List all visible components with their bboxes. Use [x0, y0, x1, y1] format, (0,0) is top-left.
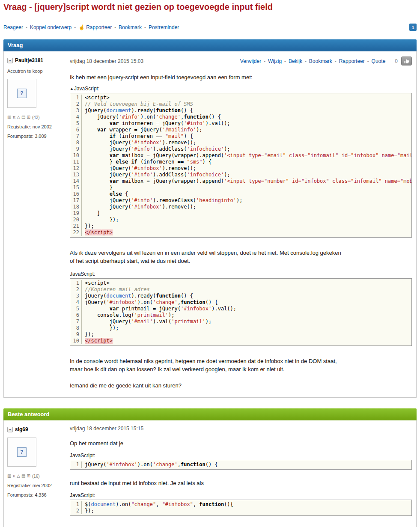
chevron-down-icon: ▼	[9, 428, 12, 431]
line-number: 15	[70, 185, 82, 191]
line-number: 4	[70, 299, 82, 306]
code-line: 8 });	[70, 325, 411, 331]
badge-count: (42)	[32, 115, 40, 120]
code-block-4: 1$(document).on("change", "#infobox", fu…	[70, 500, 412, 516]
action-verwijder[interactable]: Verwijder	[240, 58, 261, 64]
bullet-separator: •	[335, 59, 337, 64]
line-number: 1	[70, 95, 82, 101]
line-number: 1	[70, 280, 82, 286]
thumbs-up-icon	[404, 58, 410, 64]
topic-action-bar: Reageer • Koppel onderwerp • ☝ Rapportee…	[3, 24, 417, 31]
line-number: 19	[70, 210, 82, 217]
action-rapporteer[interactable]: Rapporteer	[86, 24, 112, 30]
bullet-separator: •	[284, 59, 286, 64]
code-label: JavaScript:	[70, 453, 412, 459]
badge-icon: ⊞	[27, 473, 30, 479]
line-number: 9	[70, 331, 82, 338]
badge-icons: ▥π△▤⊞	[7, 115, 30, 120]
code-line: 5 var informeren = jQuery('#info').val()…	[70, 120, 411, 127]
page-number-badge[interactable]: 1	[409, 24, 417, 31]
code-block-2: 1<script>2//Kopieren mail adres3jQuery(d…	[70, 278, 412, 346]
code-line: 16 else {	[70, 191, 411, 197]
code-line: 7 if (informeren == "mail") {	[70, 133, 411, 140]
action-rapporteer-post[interactable]: Rapporteer	[339, 58, 365, 64]
action-koppel-onderwerp[interactable]: Koppel onderwerp	[30, 24, 71, 30]
author-avatar: ?	[7, 79, 36, 108]
author-row: ▼ Paultje3181	[7, 57, 66, 63]
best-answer-section-header: Beste antwoord	[3, 408, 417, 420]
best-answer-section: Beste antwoord ▼ sig69 ? ▥π△▤⊞ (16) Regi…	[3, 408, 417, 527]
code-line: 1<script>	[70, 280, 411, 286]
line-number: 8	[70, 325, 82, 331]
line-number: 1	[70, 461, 82, 468]
author-name-link[interactable]: Paultje3181	[15, 57, 43, 63]
line-number: 5	[70, 306, 82, 312]
action-bekijk[interactable]: Bekijk	[289, 58, 302, 64]
upvote-button[interactable]	[401, 57, 412, 66]
bullet-separator: •	[144, 25, 146, 30]
code-line: 4jQuery('#infobox').on('change',function…	[70, 299, 411, 306]
code-line: 2});	[70, 508, 411, 514]
post-paragraph: Ik heb met een jquery-script een input-f…	[70, 73, 412, 81]
code-line: 9});	[70, 331, 411, 338]
line-number: 14	[70, 178, 82, 185]
code-line: 1<script>	[70, 95, 411, 101]
post-author-sidebar: ▼ Paultje3181 Accutron te koop ? ▥π△▤⊞ (…	[4, 51, 69, 397]
code-language-label: JavaScript:	[74, 86, 99, 92]
code-label: ▲ JavaScript:	[70, 86, 412, 92]
registration-date: Registratie: mei 2002	[7, 483, 66, 488]
code-line: 3jQuery(document).ready(function() {	[70, 107, 411, 114]
collapse-toggle-icon[interactable]: ▲	[70, 86, 74, 91]
author-tagline: Accutron te koop	[7, 68, 66, 74]
post-question: ▼ Paultje3181 Accutron te koop ? ▥π△▤⊞ (…	[3, 51, 417, 398]
code-line: 1jQuery('#infobox').on('change',function…	[70, 461, 411, 468]
line-number: 11	[70, 159, 82, 165]
bullet-separator: •	[305, 59, 307, 64]
code-line: 12 jQuery('#infobox').remove();	[70, 165, 411, 172]
code-line: 4 jQuery('#info').on('change',function()…	[70, 114, 411, 120]
bullet-separator: •	[26, 25, 27, 30]
code-label: JavaScript:	[70, 492, 412, 498]
badge-icon: ⊞	[27, 115, 30, 120]
action-bookmark[interactable]: Bookmark	[119, 24, 142, 30]
author-dropdown-button[interactable]: ▼	[7, 58, 13, 63]
code-label: JavaScript:	[70, 271, 412, 277]
code-line: 17 jQuery('#info').removeClass('headingi…	[70, 197, 411, 204]
line-number: 8	[70, 140, 82, 146]
page-title: Vraag - [jquery]script wordt niet gezien…	[3, 2, 417, 12]
badge-icon: ▥	[7, 115, 11, 120]
code-line: 2// Veld toevoegen bij E-mail of SMS	[70, 101, 411, 107]
code-line: 10</script>	[70, 338, 411, 344]
line-number: 4	[70, 114, 82, 120]
line-number: 10	[70, 338, 82, 344]
badge-icon: π	[12, 115, 15, 120]
line-number: 16	[70, 191, 82, 197]
chevron-down-icon: ▼	[9, 59, 12, 62]
bullet-separator: •	[74, 25, 76, 30]
author-dropdown-button[interactable]: ▼	[7, 427, 13, 432]
post-paragraph: of het script uberhaupt start, wat ie du…	[70, 257, 412, 265]
author-name-link[interactable]: sig69	[15, 426, 28, 432]
author-row: ▼ sig69	[7, 426, 66, 432]
badge-icon: ▤	[21, 115, 25, 120]
line-number: 3	[70, 293, 82, 299]
code-line: 9 jQuery('#info').addClass('infochoice')…	[70, 146, 411, 152]
code-language-label: JavaScript:	[70, 453, 95, 459]
code-line: 11 } else if (informeren == "sms") {	[70, 159, 411, 165]
badge-icon: △	[17, 115, 20, 120]
action-quote[interactable]: Quote	[372, 58, 386, 64]
action-bookmark-post[interactable]: Bookmark	[309, 58, 332, 64]
post-paragraph: runt bestaat de input met id infobox nie…	[70, 479, 412, 487]
action-postreminder[interactable]: Postreminder	[149, 24, 179, 30]
bullet-separator: •	[114, 25, 116, 30]
code-line: 6 var wrapper = jQuery('#mailinfo');	[70, 127, 411, 133]
code-line: 14 var mailbox = jQuery(wrapper).append(…	[70, 178, 411, 185]
badge-icons: ▥π△▤⊞	[7, 473, 30, 479]
action-reageer[interactable]: Reageer	[3, 24, 23, 30]
line-number: 20	[70, 217, 82, 223]
code-line: 1$(document).on("change", "#infobox", fu…	[70, 501, 411, 508]
post-paragraph: Iemand die me de goede kant uit kan stur…	[70, 381, 412, 390]
post-score: 0	[395, 58, 398, 64]
question-section-header: Vraag	[3, 39, 417, 51]
action-wijzig[interactable]: Wijzig	[268, 58, 282, 64]
